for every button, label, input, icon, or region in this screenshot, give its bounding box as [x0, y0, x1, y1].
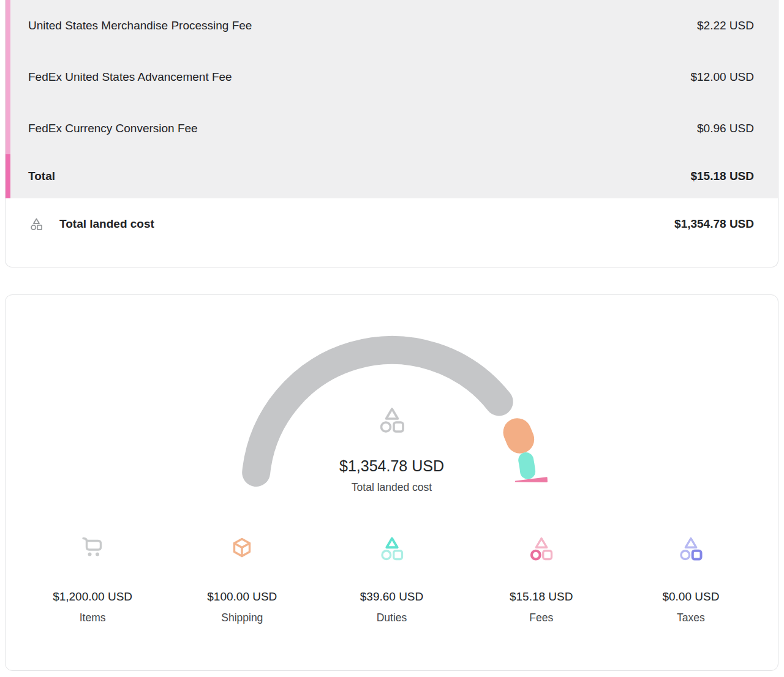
fee-amount: $0.96 USD [697, 122, 754, 135]
fees-total-row: Total $15.18 USD [6, 154, 778, 198]
stat-label: Taxes [616, 610, 766, 625]
total-landed-cost-label: Total landed cost [59, 217, 154, 231]
fee-amount: $12.00 USD [690, 70, 754, 84]
gauge-center-amount: $1,354.78 USD [6, 455, 778, 476]
total-landed-cost-amount: $1,354.78 USD [674, 217, 754, 231]
accent-bar-dark [6, 154, 10, 198]
stat-label: Fees [467, 610, 616, 625]
stat-amount: $39.60 USD [317, 588, 466, 605]
fee-row: United States Merchandise Processing Fee… [6, 0, 778, 51]
landed-cost-gauge [221, 295, 564, 509]
fees-table: United States Merchandise Processing Fee… [6, 0, 778, 198]
fee-row: FedEx United States Advancement Fee $12.… [6, 51, 778, 103]
stat-amount: $100.00 USD [167, 588, 317, 605]
stat-label: Shipping [167, 610, 317, 625]
cart-icon [18, 536, 167, 563]
fees-total-label: Total [28, 170, 55, 183]
shapes-triangle-icon [317, 536, 466, 563]
stat-fees: $15.18 USD Fees [467, 536, 616, 625]
landed-cost-shapes-icon [377, 406, 407, 435]
shapes-square-icon [616, 536, 766, 563]
stat-amount: $15.18 USD [467, 588, 616, 605]
landed-cost-gauge-card: $1,354.78 USD Total landed cost $1,200.0… [5, 294, 778, 671]
fees-total-amount: $15.18 USD [690, 170, 754, 183]
accent-bar-light [6, 0, 10, 154]
fees-breakdown-card: United States Merchandise Processing Fee… [5, 0, 778, 267]
fee-label: FedEx United States Advancement Fee [28, 70, 232, 84]
cost-breakdown-stats: $1,200.00 USD Items $100.00 USD Shipping [18, 536, 766, 625]
shapes-circle-icon [467, 536, 616, 563]
stat-label: Items [18, 610, 167, 625]
stat-amount: $0.00 USD [616, 588, 766, 605]
fee-amount: $2.22 USD [697, 19, 754, 32]
gauge-center-label: Total landed cost [6, 479, 778, 495]
stat-items: $1,200.00 USD Items [18, 536, 167, 625]
fee-label: United States Merchandise Processing Fee [28, 19, 252, 32]
fee-label: FedEx Currency Conversion Fee [28, 122, 198, 135]
stat-amount: $1,200.00 USD [18, 588, 167, 605]
fees-accent-bar [6, 0, 10, 198]
stat-taxes: $0.00 USD Taxes [616, 536, 766, 625]
package-icon [167, 536, 317, 563]
landed-cost-shapes-icon [29, 217, 43, 231]
stat-shipping: $100.00 USD Shipping [167, 536, 317, 625]
stat-duties: $39.60 USD Duties [317, 536, 466, 625]
fee-row: FedEx Currency Conversion Fee $0.96 USD [6, 103, 778, 154]
total-landed-cost-row: Total landed cost $1,354.78 USD [6, 198, 778, 250]
stat-label: Duties [317, 610, 466, 625]
